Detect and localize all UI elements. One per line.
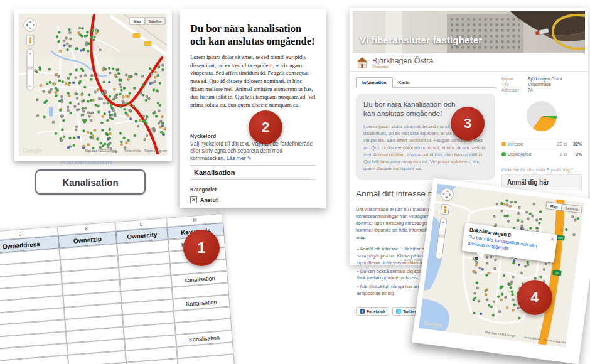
house-marker xyxy=(473,292,476,294)
house-marker xyxy=(58,79,61,82)
house-marker xyxy=(85,44,88,46)
house-marker xyxy=(102,115,104,118)
map1-type-controls[interactable]: Map Satellite xyxy=(129,18,165,24)
house-marker xyxy=(153,88,155,91)
legend-count: 2 st xyxy=(552,152,567,156)
house-marker xyxy=(104,90,106,92)
house-marker xyxy=(478,300,480,302)
info-window-close-icon[interactable]: X xyxy=(550,237,554,242)
signup-button[interactable]: Anmäl dig här xyxy=(501,174,582,190)
map1-zoom-slider[interactable]: + − xyxy=(27,49,33,90)
house-marker xyxy=(109,72,111,74)
fact-label: Adresser xyxy=(501,88,528,92)
house-marker xyxy=(104,112,106,115)
house-marker xyxy=(75,48,78,50)
house-marker xyxy=(503,274,505,277)
house-marker xyxy=(526,261,528,264)
house-marker xyxy=(496,203,498,205)
house-marker xyxy=(119,132,122,134)
house-marker xyxy=(529,227,532,229)
house-marker xyxy=(480,312,482,314)
house-marker xyxy=(501,292,503,295)
sidebar: NamnBjörkhagen ÖstraTypVillaområdeAdress… xyxy=(501,72,582,190)
house-marker xyxy=(36,114,39,117)
house-marker xyxy=(107,102,109,104)
house-marker xyxy=(506,203,508,206)
step-1-badge: 1 xyxy=(183,230,220,266)
house-marker xyxy=(476,281,478,284)
keywords-input[interactable]: Kanalisation xyxy=(190,165,316,180)
house-marker xyxy=(100,142,102,144)
map4-canvas[interactable]: E22 23 + − Map xyxy=(419,184,584,348)
map1-card: + − Map Satellite Google Map data ©2013 … xyxy=(14,9,172,161)
house-marker xyxy=(128,104,131,106)
house-marker xyxy=(76,109,78,111)
house-marker xyxy=(517,307,519,309)
house-marker xyxy=(82,110,85,112)
read-more-link[interactable]: Läs mer xyxy=(227,155,246,161)
notice-title: Du bor nära kanalisation och kan ansluta… xyxy=(363,100,458,119)
house-marker xyxy=(80,75,82,77)
house-marker xyxy=(153,112,155,115)
house-marker xyxy=(73,137,75,139)
house-marker xyxy=(95,31,98,34)
house-marker xyxy=(48,91,51,94)
house-marker xyxy=(69,137,72,139)
house-marker xyxy=(116,68,119,71)
legend-dot xyxy=(501,142,506,146)
house-marker xyxy=(72,82,75,84)
house-marker xyxy=(122,95,124,98)
house-marker xyxy=(129,117,132,120)
house-marker xyxy=(81,100,83,103)
house-marker xyxy=(473,298,475,301)
house-marker xyxy=(120,79,122,82)
area-name: Björkhagen Östra xyxy=(372,56,433,65)
tab-information[interactable]: Information xyxy=(356,77,393,88)
house-marker xyxy=(65,82,67,85)
house-marker xyxy=(97,111,100,114)
pie-legend: Intresse23 st32%Uppkopplad2 st3% xyxy=(501,139,582,159)
house-marker xyxy=(510,286,512,289)
house-marker xyxy=(75,126,78,128)
house-marker xyxy=(145,122,148,125)
map4-pegman[interactable] xyxy=(441,204,449,215)
house-marker xyxy=(538,222,540,224)
svg-text:Map data ©2013 Google: Map data ©2013 Google xyxy=(85,149,117,153)
house-marker xyxy=(156,89,158,92)
map1-pegman[interactable] xyxy=(26,35,34,45)
house-marker xyxy=(92,134,94,137)
house-marker xyxy=(76,97,78,99)
house-marker xyxy=(529,213,532,215)
tab-karta[interactable]: Karta xyxy=(393,78,416,87)
tab-bar: Information Karta xyxy=(356,77,495,88)
map1-canvas[interactable]: + − Map Satellite Google Map data ©2013 … xyxy=(19,14,167,156)
house-marker xyxy=(114,115,117,117)
house-marker xyxy=(512,262,515,264)
house-marker xyxy=(68,28,71,31)
house-marker xyxy=(97,105,99,107)
pencil-icon[interactable]: ✎ xyxy=(247,155,252,161)
house-marker xyxy=(67,48,69,51)
house-marker xyxy=(105,132,107,135)
house-marker xyxy=(55,87,57,90)
house-marker xyxy=(40,84,42,87)
article-body: Lorem ipsum dolor sit amet, te sed mundi… xyxy=(190,53,316,109)
house-marker xyxy=(123,87,126,90)
category-checkbox[interactable]: ✕ xyxy=(190,196,197,203)
house-marker xyxy=(90,119,92,122)
house-marker xyxy=(87,112,90,114)
house-marker xyxy=(99,146,102,149)
house-marker xyxy=(123,137,126,139)
house-marker xyxy=(43,116,46,119)
house-marker xyxy=(82,107,84,110)
house-marker xyxy=(79,34,82,36)
share-button-facebook[interactable]: fFacebook xyxy=(356,307,389,316)
house-marker xyxy=(512,299,514,301)
house-marker xyxy=(90,112,93,114)
house-marker xyxy=(60,114,63,117)
house-marker xyxy=(478,267,481,269)
house-marker xyxy=(164,127,166,130)
map1-pan-control[interactable] xyxy=(24,19,36,31)
house-marker xyxy=(524,265,527,267)
house-marker xyxy=(61,128,63,131)
